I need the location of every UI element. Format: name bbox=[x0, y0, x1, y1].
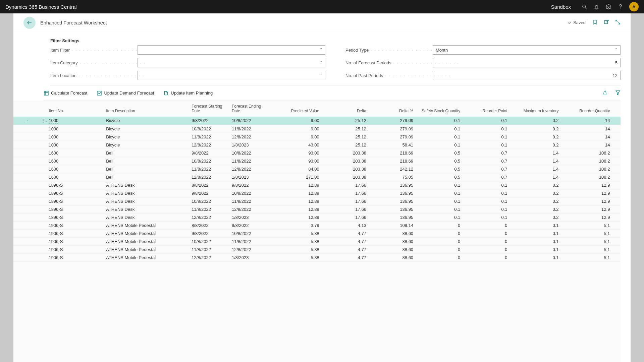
cell-item-no[interactable]: 1906-S bbox=[47, 237, 98, 245]
gear-icon[interactable] bbox=[604, 2, 613, 11]
page-header: Enhanced Forecast Worksheet Saved bbox=[13, 13, 631, 32]
cell-item-no[interactable]: 1600 bbox=[47, 173, 98, 181]
cell-item-no[interactable]: 1896-S bbox=[47, 197, 98, 205]
col-predicted[interactable]: Predicted Value bbox=[270, 101, 321, 117]
cell-delta-pct: 136.95 bbox=[368, 189, 415, 197]
cell-item-no[interactable]: 1896-S bbox=[47, 205, 98, 213]
table-row[interactable]: 1906-SATHENS Mobile Pedestal8/8/20229/8/… bbox=[13, 221, 621, 229]
table-row[interactable]: 1896-SATHENS Desk11/8/202212/8/202212.89… bbox=[13, 205, 621, 213]
cell-item-no[interactable]: 1906-S bbox=[47, 221, 98, 229]
cell-item-no[interactable]: 1000 bbox=[47, 117, 98, 125]
row-menu-icon[interactable] bbox=[39, 205, 47, 213]
bell-icon[interactable] bbox=[592, 2, 601, 11]
cell-reorder-qty: 12.9 bbox=[560, 205, 612, 213]
table-row[interactable]: 1906-SATHENS Mobile Pedestal12/8/20221/8… bbox=[13, 253, 621, 261]
table-row[interactable]: 1600Bell10/8/202211/8/202293.00203.38218… bbox=[13, 157, 621, 165]
cell-item-no[interactable]: 1896-S bbox=[47, 213, 98, 221]
col-max-inv[interactable]: Maximum Inventory bbox=[509, 101, 561, 117]
cell-item-no[interactable]: 1600 bbox=[47, 157, 98, 165]
cell-predicted: 84.00 bbox=[270, 165, 321, 173]
table-row[interactable]: 1906-SATHENS Mobile Pedestal9/8/202210/8… bbox=[13, 229, 621, 237]
col-item-no[interactable]: Item No. bbox=[47, 101, 98, 117]
help-icon[interactable]: ? bbox=[616, 2, 625, 11]
update-planning-button[interactable]: Update Item Planning bbox=[163, 90, 213, 96]
item-filter-select[interactable]: ˅ bbox=[138, 45, 325, 55]
cell-item-no[interactable]: 1000 bbox=[47, 133, 98, 141]
table-row[interactable]: 1000Bicycle10/8/202211/8/20229.0025.1227… bbox=[13, 125, 621, 133]
col-forecast-start[interactable]: Forecast Starting Date bbox=[190, 101, 230, 117]
cell-reorder-point: 0.7 bbox=[462, 149, 509, 157]
collapse-icon[interactable] bbox=[615, 19, 621, 26]
row-menu-icon[interactable] bbox=[39, 181, 47, 189]
col-delta[interactable]: Delta bbox=[321, 101, 368, 117]
col-safety[interactable]: Safety Stock Quantity bbox=[415, 101, 462, 117]
table-row[interactable]: 1906-SATHENS Mobile Pedestal10/8/202211/… bbox=[13, 237, 621, 245]
cell-item-no[interactable]: 1600 bbox=[47, 149, 98, 157]
row-menu-icon[interactable] bbox=[39, 253, 47, 261]
table-row[interactable]: →⋮1000Bicycle9/8/202210/8/20229.0025.122… bbox=[13, 117, 621, 125]
cell-forecast-start: 10/8/2022 bbox=[190, 237, 230, 245]
row-menu-icon[interactable] bbox=[39, 213, 47, 221]
table-row[interactable]: 1896-SATHENS Desk9/8/202210/8/202212.891… bbox=[13, 189, 621, 197]
cell-item-no[interactable]: 1896-S bbox=[47, 189, 98, 197]
cell-item-no[interactable]: 1906-S bbox=[47, 245, 98, 253]
cell-forecast-start: 8/8/2022 bbox=[190, 221, 230, 229]
cell-item-no[interactable]: 1906-S bbox=[47, 253, 98, 261]
update-demand-button[interactable]: Update Demand Forecast bbox=[97, 90, 154, 96]
col-forecast-end[interactable]: Forecast Ending Date bbox=[230, 101, 270, 117]
row-menu-icon[interactable] bbox=[39, 237, 47, 245]
cell-delta: 203.38 bbox=[321, 149, 368, 157]
row-menu-icon[interactable] bbox=[39, 165, 47, 173]
table-row[interactable]: 1906-SATHENS Mobile Pedestal11/8/202212/… bbox=[13, 245, 621, 253]
cell-reorder-point: 0.1 bbox=[462, 197, 509, 205]
row-menu-icon[interactable] bbox=[39, 125, 47, 133]
table-row[interactable]: 1600Bell9/8/202210/8/202293.00203.38218.… bbox=[13, 149, 621, 157]
row-menu-icon[interactable] bbox=[39, 157, 47, 165]
avatar[interactable]: A bbox=[629, 2, 639, 11]
forecast-periods-input[interactable] bbox=[433, 58, 621, 67]
back-button[interactable] bbox=[23, 17, 36, 29]
table-row[interactable]: 1896-SATHENS Desk12/8/20221/8/202312.891… bbox=[13, 213, 621, 221]
row-menu-icon[interactable]: ⋮ bbox=[39, 117, 47, 125]
col-item-desc[interactable]: Item Description bbox=[104, 101, 190, 117]
table-row[interactable]: 1896-SATHENS Desk10/8/202211/8/202212.89… bbox=[13, 197, 621, 205]
table-row[interactable]: 1000Bicycle11/8/202212/8/20229.0025.1227… bbox=[13, 133, 621, 141]
table-row[interactable]: 1600Bell11/8/202212/8/202284.00203.38242… bbox=[13, 165, 621, 173]
cell-predicted: 9.00 bbox=[270, 133, 321, 141]
table-row[interactable]: 1600Bell12/8/20221/8/2023271.00203.3875.… bbox=[13, 173, 621, 181]
cell-item-no[interactable]: 1906-S bbox=[47, 229, 98, 237]
cell-forecast-start: 12/8/2022 bbox=[190, 253, 230, 261]
item-category-select[interactable]: ˅ bbox=[138, 58, 325, 67]
cell-item-no[interactable]: 1000 bbox=[47, 141, 98, 149]
table-row[interactable]: 1896-SATHENS Desk8/8/20229/8/202212.8917… bbox=[13, 181, 621, 189]
item-location-select[interactable]: ˅ bbox=[138, 71, 325, 80]
share-icon[interactable] bbox=[602, 90, 608, 96]
bookmark-icon[interactable] bbox=[592, 19, 598, 26]
row-menu-icon[interactable] bbox=[39, 189, 47, 197]
cell-item-no[interactable]: 1000 bbox=[47, 125, 98, 133]
col-delta-pct[interactable]: Delta % bbox=[368, 101, 415, 117]
row-menu-icon[interactable] bbox=[39, 149, 47, 157]
cell-predicted: 5.38 bbox=[270, 245, 321, 253]
row-menu-icon[interactable] bbox=[39, 221, 47, 229]
calculate-forecast-button[interactable]: Calculate Forecast bbox=[44, 90, 87, 96]
row-menu-icon[interactable] bbox=[39, 133, 47, 141]
cell-item-no[interactable]: 1600 bbox=[47, 165, 98, 173]
filter-icon[interactable] bbox=[615, 90, 621, 96]
row-menu-icon[interactable] bbox=[39, 229, 47, 237]
row-menu-icon[interactable] bbox=[39, 141, 47, 149]
cell-delta: 25.12 bbox=[321, 133, 368, 141]
popout-icon[interactable] bbox=[604, 19, 609, 26]
search-icon[interactable] bbox=[580, 2, 589, 11]
past-periods-input[interactable] bbox=[433, 71, 621, 80]
table-row[interactable]: 1000Bicycle12/8/20221/8/202343.0025.1258… bbox=[13, 141, 621, 149]
cell-item-no[interactable]: 1896-S bbox=[47, 181, 98, 189]
col-reorder-point[interactable]: Reorder Point bbox=[462, 101, 509, 117]
row-menu-icon[interactable] bbox=[39, 245, 47, 253]
cell-delta-pct: 109.14 bbox=[368, 221, 415, 229]
col-reorder-qty[interactable]: Reorder Quantity bbox=[560, 101, 612, 117]
period-type-select[interactable]: Month ˅ bbox=[433, 45, 621, 55]
row-menu-icon[interactable] bbox=[39, 197, 47, 205]
cell-predicted: 12.89 bbox=[270, 189, 321, 197]
row-menu-icon[interactable] bbox=[39, 173, 47, 181]
